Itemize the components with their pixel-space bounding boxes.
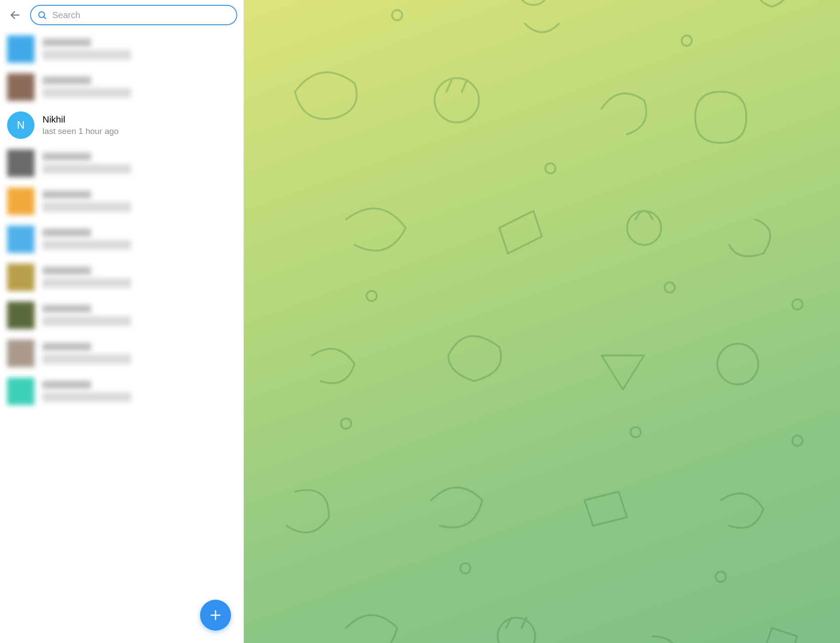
svg-point-6 (518, 0, 549, 5)
svg-point-18 (631, 427, 641, 437)
chat-list-item-blurred[interactable] (0, 68, 243, 106)
avatar-blurred (7, 73, 35, 101)
svg-point-20 (460, 563, 470, 573)
avatar-initial: N (17, 119, 24, 131)
chat-list-item[interactable]: N Nikhil last seen 1 hour ago (0, 106, 243, 144)
chat-item-texts-blurred (42, 343, 236, 364)
avatar-blurred (7, 35, 35, 63)
chat-item-texts: Nikhil last seen 1 hour ago (42, 114, 236, 136)
chat-list-item-blurred[interactable] (0, 144, 243, 182)
svg-line-2 (44, 17, 46, 19)
chat-item-texts-blurred (42, 77, 236, 98)
arrow-left-icon (9, 9, 21, 21)
svg-point-8 (627, 211, 661, 245)
back-button[interactable] (4, 4, 26, 26)
chat-list-item-blurred[interactable] (0, 220, 243, 258)
svg-point-14 (366, 291, 377, 301)
svg-point-15 (665, 282, 675, 292)
background-pattern (244, 0, 840, 643)
chat-list-item-blurred[interactable] (0, 182, 243, 220)
chat-list-item-blurred[interactable] (0, 296, 243, 334)
contact-status: last seen 1 hour ago (42, 126, 236, 136)
svg-point-9 (717, 344, 758, 384)
avatar-blurred (7, 149, 35, 177)
search-header (0, 0, 243, 30)
chat-list-item-blurred[interactable] (0, 372, 243, 410)
chat-item-texts-blurred (42, 229, 236, 250)
avatar: N (7, 111, 35, 139)
plus-icon (209, 609, 222, 622)
chat-item-texts-blurred (42, 153, 236, 174)
avatar-blurred (7, 340, 35, 367)
search-field-wrap[interactable] (30, 5, 237, 25)
chat-item-texts-blurred (42, 38, 236, 60)
search-input[interactable] (52, 10, 230, 20)
new-message-fab[interactable] (200, 600, 231, 631)
contact-name: Nikhil (42, 114, 236, 125)
chat-list[interactable]: N Nikhil last seen 1 hour ago (0, 30, 243, 643)
search-icon (37, 10, 47, 20)
avatar-blurred (7, 264, 35, 291)
avatar-blurred (7, 226, 35, 253)
chat-item-texts-blurred (42, 381, 236, 402)
avatar-blurred (7, 378, 35, 405)
svg-point-10 (497, 618, 535, 643)
svg-point-12 (682, 35, 692, 46)
avatar-blurred (7, 188, 35, 215)
chat-item-texts-blurred (42, 191, 236, 212)
svg-point-16 (792, 299, 802, 310)
chat-item-texts-blurred (42, 267, 236, 288)
svg-point-17 (341, 418, 351, 429)
svg-point-13 (545, 163, 555, 173)
chat-list-item-blurred[interactable] (0, 258, 243, 296)
chat-list-panel: N Nikhil last seen 1 hour ago (0, 0, 244, 643)
chat-background (244, 0, 840, 643)
svg-point-7 (435, 78, 479, 122)
svg-point-19 (792, 436, 802, 446)
svg-point-11 (392, 10, 402, 20)
chat-list-item-blurred[interactable] (0, 30, 243, 68)
svg-point-21 (716, 572, 726, 582)
chat-item-texts-blurred (42, 305, 236, 326)
chat-list-item-blurred[interactable] (0, 334, 243, 372)
avatar-blurred (7, 302, 35, 329)
